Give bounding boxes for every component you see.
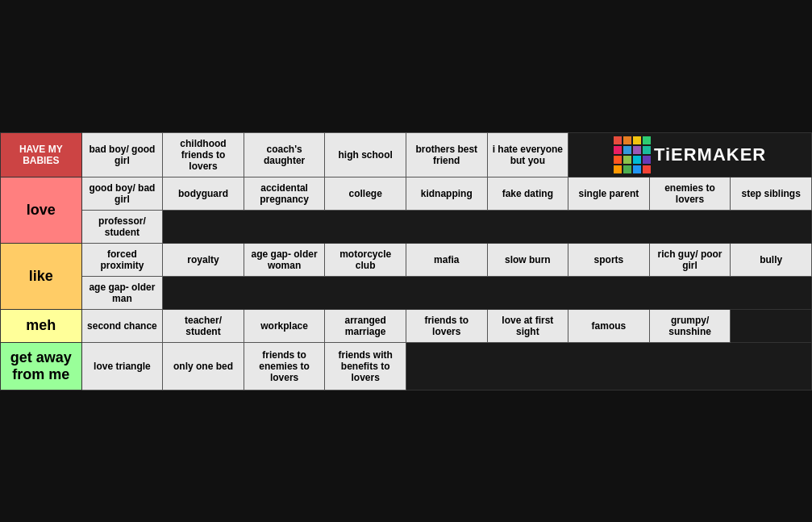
item-forced-proximity: forced proximity — [81, 243, 163, 276]
meh-label: meh — [1, 309, 82, 342]
getaway-empty — [406, 342, 811, 390]
love-label: love — [1, 177, 82, 243]
header-childhood-friends: childhood friends to lovers — [163, 132, 244, 177]
item-professor-student: professor/ student — [81, 210, 163, 243]
like-label: like — [1, 243, 82, 309]
like-row-1: like forced proximity royalty age gap- o… — [1, 243, 812, 276]
item-slow-burn: slow burn — [487, 243, 568, 276]
item-sports: sports — [568, 243, 650, 276]
item-single-parent: single parent — [568, 177, 650, 210]
item-bully: bully — [731, 243, 812, 276]
tier-maker-app: HAVE MY BABIES bad boy/ good girl childh… — [0, 132, 812, 390]
item-enemies-to-lovers: enemies to lovers — [649, 177, 731, 210]
item-good-boy: good boy/ bad girl — [81, 177, 163, 210]
tier-table: HAVE MY BABIES bad boy/ good girl childh… — [0, 132, 812, 390]
item-friends-to-lovers: friends to lovers — [406, 309, 487, 342]
logo-cell: TiERMAKER — [568, 132, 812, 177]
getaway-label: get away from me — [1, 342, 82, 390]
item-teacher-student: teacher/ student — [163, 309, 244, 342]
item-famous: famous — [568, 309, 650, 342]
like-empty — [163, 276, 812, 309]
item-friends-to-enemies-to-lovers: friends to enemies to lovers — [244, 342, 325, 390]
item-bodyguard: bodyguard — [163, 177, 244, 210]
item-workplace: workplace — [244, 309, 325, 342]
header-coachs-daughter: coach's daughter — [244, 132, 325, 177]
item-second-chance: second chance — [81, 309, 163, 342]
item-fake-dating: fake dating — [487, 177, 568, 210]
logo-grid — [614, 136, 651, 173]
love-row-1: love good boy/ bad girl bodyguard accide… — [1, 177, 812, 210]
header-i-hate-everyone: i hate everyone but you — [487, 132, 568, 177]
item-love-at-first-sight: love at first sight — [487, 309, 568, 342]
item-mafia: mafia — [406, 243, 487, 276]
love-empty — [163, 210, 812, 243]
item-love-triangle: love triangle — [81, 342, 163, 390]
item-friends-with-benefits-to-lovers: friends with benefits to lovers — [325, 342, 406, 390]
like-row-2: age gap- older man — [1, 276, 812, 309]
item-motorcycle-club: motorcycle club — [325, 243, 406, 276]
item-age-gap-older-woman: age gap- older woman — [244, 243, 325, 276]
item-accidental-pregnancy: accidental pregnancy — [244, 177, 325, 210]
item-age-gap-older-man: age gap- older man — [81, 276, 163, 309]
header-high-school: high school — [325, 132, 406, 177]
meh-row-1: meh second chance teacher/ student workp… — [1, 309, 812, 342]
app-title: HAVE MY BABIES — [1, 132, 82, 177]
love-row-2: professor/ student — [1, 210, 812, 243]
item-kidnapping: kidnapping — [406, 177, 487, 210]
item-arranged-marriage: arranged marriage — [325, 309, 406, 342]
tiermaker-logo-text: TiERMAKER — [654, 146, 766, 164]
header-row: HAVE MY BABIES bad boy/ good girl childh… — [1, 132, 812, 177]
item-grumpy-sunshine: grumpy/ sunshine — [649, 309, 731, 342]
meh-empty — [731, 309, 812, 342]
header-brothers-best-friend: brothers best friend — [406, 132, 487, 177]
logo-wrapper: TiERMAKER — [572, 136, 808, 173]
getaway-row-1: get away from me love triangle only one … — [1, 342, 812, 390]
item-rich-guy-poor-girl: rich guy/ poor girl — [649, 243, 731, 276]
item-only-one-bed: only one bed — [163, 342, 244, 390]
header-bad-boy: bad boy/ good girl — [81, 132, 163, 177]
item-step-siblings: step siblings — [731, 177, 812, 210]
item-college: college — [325, 177, 406, 210]
item-royalty: royalty — [163, 243, 244, 276]
